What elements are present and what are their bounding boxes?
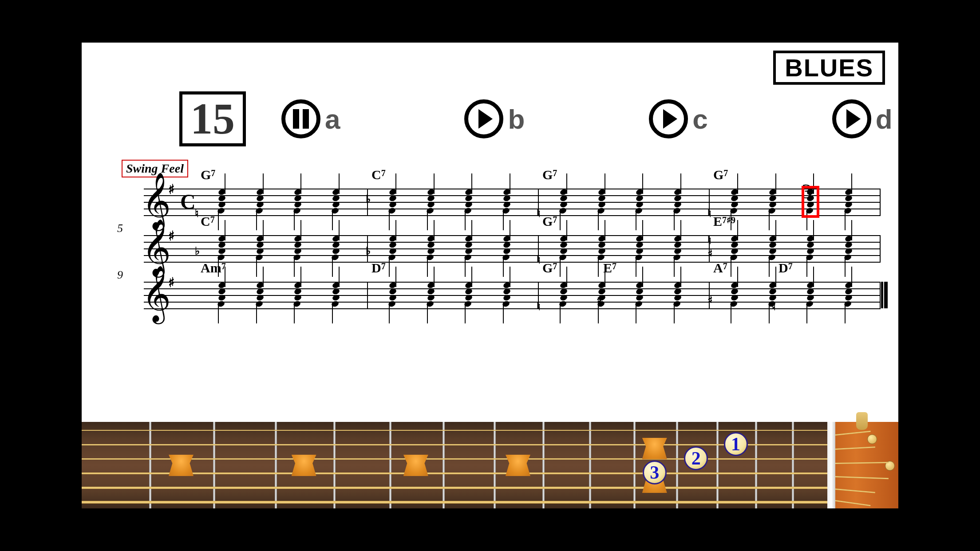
variant-label: a [325, 103, 340, 135]
measure: Am7 [197, 282, 368, 308]
accidental: ♯ [707, 294, 713, 307]
accidental: ♮ [537, 207, 541, 220]
fret [149, 422, 151, 508]
chord-symbol: D7 [778, 260, 793, 276]
variant-label: d [876, 103, 893, 135]
fret [589, 422, 591, 508]
play-button-d[interactable] [832, 99, 871, 138]
fret-inlay [403, 455, 428, 476]
fret [716, 422, 719, 508]
chord-symbol: A7 [713, 260, 727, 276]
system-2: 5𝄞♯C7♭♭G7♮E7♯9♯♮ [117, 235, 881, 262]
measure: C7♭ [197, 235, 368, 262]
measure: C7♭ [368, 189, 539, 215]
chord-symbol: G7 [542, 260, 557, 276]
pause-button-a[interactable] [281, 99, 320, 138]
accidental: ♮ [537, 300, 541, 313]
accidental: ♭ [366, 193, 371, 205]
fret [213, 422, 215, 508]
fret [542, 422, 545, 508]
measure: G7♮ [539, 235, 710, 262]
play-button-b[interactable] [464, 99, 503, 138]
header-controls: 15 abcd [179, 91, 881, 146]
accidental: ♮ [707, 207, 711, 220]
variant-a: a [281, 99, 340, 138]
accidental: ♮ [537, 254, 541, 266]
variant-label: c [692, 103, 707, 135]
accidental: ♮ [195, 207, 199, 220]
fret-inlay [169, 455, 194, 476]
measure: A7D7♯♮ [710, 282, 881, 308]
finger-marker-2: 2 [684, 446, 708, 470]
variant-d: d [832, 99, 893, 138]
chord-symbol: C7 [201, 214, 215, 229]
accidental: ♭ [366, 245, 371, 257]
system-1: 𝄞♯CG7♮C7♭G7♮G7♮ [117, 189, 881, 215]
finger-marker-3: 3 [643, 460, 667, 484]
playhead-highlight [802, 186, 819, 218]
fret [494, 422, 496, 508]
fret [389, 422, 391, 508]
string [82, 501, 827, 504]
fret-inlay [642, 438, 667, 459]
exercise-number: 15 [179, 91, 246, 146]
chord-symbol: Am7 [201, 260, 226, 276]
fret [443, 422, 445, 508]
fret [633, 422, 636, 508]
measure: G7♮ [539, 189, 710, 215]
finger-marker-1: 1 [724, 432, 748, 456]
fret-inlay [506, 455, 530, 476]
fret [275, 422, 277, 508]
measure: D7 [368, 282, 539, 308]
variant-c: c [649, 99, 707, 138]
key-signature: ♯ [168, 181, 175, 197]
fret [333, 422, 336, 508]
treble-clef-icon: 𝄞 [142, 176, 171, 225]
chord-symbol: C7 [371, 167, 386, 182]
treble-clef-icon: 𝄞 [142, 223, 171, 272]
fret [792, 422, 794, 508]
measure: G7♮ [710, 189, 881, 215]
headstock [827, 422, 898, 508]
key-signature: ♯ [168, 275, 175, 290]
system-3: 9𝄞♯Am7D7G7E7♮♯A7D7♯♮ [117, 282, 881, 308]
fret [755, 422, 757, 508]
chord-symbol: G7 [713, 167, 728, 182]
key-signature: ♯ [168, 228, 175, 244]
chord-symbol: E7♯9 [713, 214, 735, 229]
chord-symbol: G7 [542, 214, 557, 229]
bar-number: 5 [117, 222, 123, 235]
fret-inlay [292, 455, 316, 476]
time-signature: C [180, 189, 196, 214]
accidental: ♮ [707, 234, 711, 247]
measure: G7E7♮♯ [539, 282, 710, 308]
string [82, 472, 827, 474]
measure: E7♯9♯♮ [710, 235, 881, 262]
variant-label: b [508, 103, 525, 135]
fretboard: 123 [82, 422, 898, 508]
style-label: BLUES [773, 51, 885, 85]
string [82, 430, 827, 431]
measure: G7♮ [197, 189, 368, 215]
accidental: ♭ [195, 245, 200, 257]
bar-number: 9 [117, 268, 123, 282]
string [82, 444, 827, 445]
chord-symbol: G7 [201, 167, 215, 182]
score: 3 𝄞♯CG7♮C7♭G7♮G7♮5𝄞♯C7♭♭G7♮E7♯9♯♮9𝄞♯Am7D… [99, 189, 881, 308]
variant-b: b [464, 99, 525, 138]
fret [676, 422, 678, 508]
accidental: ♯ [707, 248, 713, 260]
measure: ♭ [368, 235, 539, 262]
treble-clef-icon: 𝄞 [142, 269, 171, 318]
chord-symbol: D7 [371, 260, 386, 276]
play-button-c[interactable] [649, 99, 688, 138]
sheet-music-panel: BLUES 15 abcd Swing Feel 3 𝄞♯CG7♮C7♭G7♮G… [82, 43, 898, 422]
string [82, 458, 827, 460]
string [82, 487, 827, 489]
chord-symbol: G7 [542, 167, 557, 182]
